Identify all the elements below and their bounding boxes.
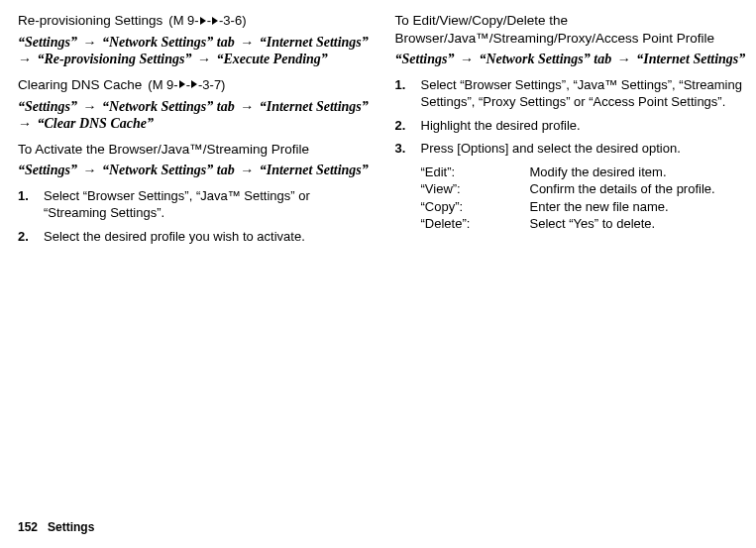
code-suffix: -3-7) [198, 77, 225, 92]
activate-path: “Settings” → “Network Settings” tab → “I… [18, 162, 374, 179]
def-desc: Modify the desired item. [530, 164, 751, 181]
reprov-title: Re-provisioning Settings [18, 12, 162, 30]
step-text: Select “Browser Settings”, “Java™ Settin… [417, 76, 751, 111]
step-text: Select the desired profile you wish to a… [40, 228, 374, 246]
path-part: “Execute Pending” [216, 52, 327, 66]
play-icon [212, 17, 218, 25]
path-part: “Settings” [395, 52, 455, 66]
def-term: “Copy”: [421, 198, 530, 216]
step-number: 1. [395, 76, 409, 111]
editview-path: “Settings” → “Network Settings” tab → “I… [395, 51, 751, 68]
path-part: “Internet Settings” [260, 99, 369, 114]
def-term: “View”: [421, 180, 530, 198]
path-part: “Settings” [18, 99, 77, 114]
path-part: “Network Settings” tab [102, 35, 235, 50]
step-text: Press [Options] and select the desired o… [417, 140, 751, 158]
def-term: “Edit”: [421, 164, 530, 181]
step-number: 3. [395, 140, 409, 158]
step-text: Highlight the desired profile. [417, 117, 751, 135]
play-icon [179, 80, 185, 88]
def-desc: Select “Yes” to delete. [530, 215, 751, 233]
dns-menu-code: (M 9---3-7) [148, 77, 225, 94]
step-number: 2. [395, 117, 409, 135]
step-text: Select “Browser Settings”, “Java™ Settin… [40, 187, 374, 222]
activate-title: To Activate the Browser/Java™/Streaming … [18, 141, 374, 159]
code-prefix: (M 9- [168, 13, 198, 28]
step-number: 1. [18, 187, 32, 222]
editview-title: To Edit/View/Copy/Delete the Browser/Jav… [395, 12, 751, 47]
dns-title: Clearing DNS Cache [18, 76, 142, 94]
reprov-menu-code: (M 9---3-6) [168, 13, 246, 30]
step-number: 2. [18, 228, 32, 246]
def-term: “Delete”: [421, 215, 530, 233]
def-desc: Enter the new file name. [530, 198, 751, 216]
editview-steps: 1.Select “Browser Settings”, “Java™ Sett… [395, 76, 751, 158]
reprov-path: “Settings” → “Network Settings” tab → “I… [18, 34, 374, 68]
path-part: “Internet Settings” [260, 163, 369, 177]
path-part: “Network Settings” tab [479, 52, 611, 66]
path-part: “Network Settings” tab [102, 99, 235, 114]
activate-steps: 1.Select “Browser Settings”, “Java™ Sett… [18, 187, 374, 246]
path-part: “Re-provisioning Settings” [38, 52, 192, 66]
path-part: “Network Settings” tab [102, 163, 235, 177]
play-icon [200, 17, 206, 25]
code-prefix: (M 9- [148, 77, 177, 92]
option-definitions: “Edit”:Modify the desired item. “View”:C… [421, 164, 751, 233]
play-icon [191, 80, 197, 88]
page-footer: 152Settings [18, 520, 94, 534]
footer-section: Settings [48, 520, 94, 534]
path-part: “Settings” [18, 163, 77, 177]
dns-path: “Settings” → “Network Settings” tab → “I… [18, 98, 374, 133]
path-part: “Internet Settings” [636, 52, 745, 66]
code-suffix: -3-6) [219, 13, 246, 28]
def-desc: Confirm the details of the profile. [530, 180, 751, 198]
path-part: “Internet Settings” [260, 35, 369, 50]
path-part: “Settings” [18, 35, 77, 50]
path-part: “Clear DNS Cache” [38, 116, 154, 131]
page-number: 152 [18, 520, 38, 534]
